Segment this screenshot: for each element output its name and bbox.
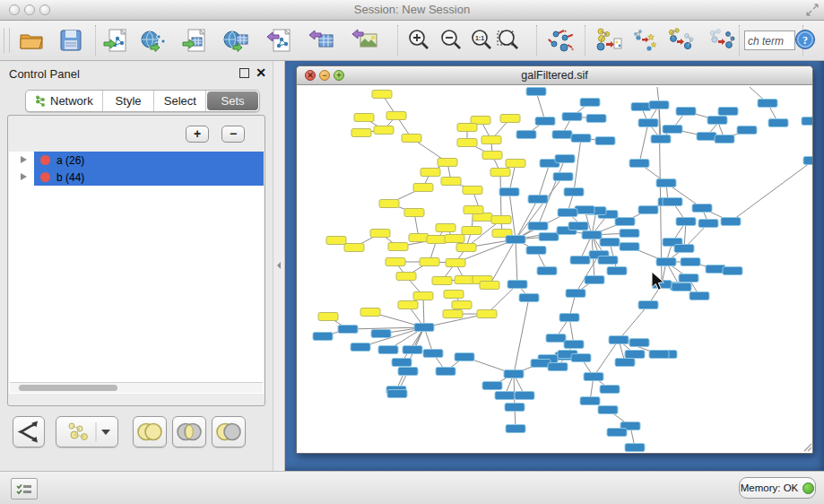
graph-node-blue[interactable] xyxy=(723,267,742,275)
graph-node-yellow[interactable] xyxy=(351,129,371,137)
graph-node-yellow[interactable] xyxy=(344,244,364,252)
graph-node-blue[interactable] xyxy=(802,117,812,126)
tab-style[interactable]: Style xyxy=(103,91,155,111)
graph-node-blue[interactable] xyxy=(698,220,718,228)
graph-node-blue[interactable] xyxy=(558,209,577,217)
collapse-panel-icon[interactable] xyxy=(277,262,281,269)
graph-node-yellow[interactable] xyxy=(409,234,429,242)
graph-edge[interactable] xyxy=(516,239,517,284)
graph-node-yellow[interactable] xyxy=(456,244,476,252)
float-panel-icon[interactable] xyxy=(239,68,249,78)
graph-node-yellow[interactable] xyxy=(482,152,502,160)
graph-node-blue[interactable] xyxy=(403,346,422,354)
zoom-out-icon[interactable] xyxy=(438,27,464,54)
graph-node-blue[interactable] xyxy=(598,256,618,265)
graph-node-yellow[interactable] xyxy=(388,243,408,251)
difference-sets-button[interactable] xyxy=(212,416,246,448)
graph-node-blue[interactable] xyxy=(313,333,333,341)
graph-node-blue[interactable] xyxy=(607,429,627,437)
graph-node-blue[interactable] xyxy=(615,218,635,226)
graph-node-blue[interactable] xyxy=(505,404,525,412)
graph-node-yellow[interactable] xyxy=(490,169,510,177)
graph-node-blue[interactable] xyxy=(423,350,443,358)
new-network-from-selection-icon[interactable] xyxy=(595,27,622,54)
tab-network[interactable]: Network xyxy=(26,91,103,111)
graph-edge[interactable] xyxy=(514,374,515,407)
export-image-icon[interactable] xyxy=(351,27,378,54)
graph-node-yellow[interactable] xyxy=(386,258,405,266)
graph-node-blue[interactable] xyxy=(638,301,658,309)
export-table-icon[interactable] xyxy=(308,27,335,54)
graph-node-yellow[interactable] xyxy=(481,136,501,144)
graph-node-blue[interactable] xyxy=(528,196,548,204)
window-titlebar[interactable]: Session: New Session xyxy=(0,0,824,21)
graph-node-blue[interactable] xyxy=(392,359,412,367)
graph-edge[interactable] xyxy=(490,239,516,285)
graph-node-blue[interactable] xyxy=(600,239,620,247)
graph-node-blue[interactable] xyxy=(679,274,698,282)
add-set-button[interactable]: + xyxy=(186,126,209,143)
graph-node-blue[interactable] xyxy=(516,131,536,139)
graph-node-yellow[interactable] xyxy=(438,159,457,167)
graph-node-yellow[interactable] xyxy=(413,184,433,192)
graph-node-yellow[interactable] xyxy=(441,178,461,186)
graph-node-yellow[interactable] xyxy=(370,230,390,238)
graph-node-blue[interactable] xyxy=(651,135,671,143)
tab-select[interactable]: Select xyxy=(154,91,206,111)
graph-node-blue[interactable] xyxy=(584,373,603,381)
graph-node-blue[interactable] xyxy=(398,368,418,376)
import-network-web-icon[interactable] xyxy=(140,27,167,54)
graph-node-blue[interactable] xyxy=(607,267,627,275)
graph-node-yellow[interactable] xyxy=(457,124,477,132)
network-canvas[interactable] xyxy=(297,85,812,453)
zoom-in-icon[interactable] xyxy=(405,27,432,54)
graph-node-blue[interactable] xyxy=(495,392,515,400)
graph-node-yellow[interactable] xyxy=(360,308,380,317)
graph-node-blue[interactable] xyxy=(371,330,391,338)
graph-node-blue[interactable] xyxy=(721,218,741,226)
graph-node-yellow[interactable] xyxy=(396,273,416,281)
graph-node-blue[interactable] xyxy=(555,155,575,163)
graph-node-blue[interactable] xyxy=(535,117,555,126)
graph-edge[interactable] xyxy=(594,340,619,377)
open-session-icon[interactable] xyxy=(18,27,45,54)
resize-icon[interactable] xyxy=(806,4,819,16)
graph-edge[interactable] xyxy=(619,305,648,340)
graph-node-blue[interactable] xyxy=(656,258,676,266)
graph-node-blue[interactable] xyxy=(387,390,407,398)
graph-node-blue[interactable] xyxy=(718,108,738,116)
graph-node-blue[interactable] xyxy=(499,188,519,196)
network-window[interactable]: ✕ − + galFiltered.sif xyxy=(296,65,813,454)
graph-node-yellow[interactable] xyxy=(446,259,465,267)
graph-node-blue[interactable] xyxy=(582,231,602,239)
graph-node-blue[interactable] xyxy=(585,276,604,284)
graph-node-blue[interactable] xyxy=(571,135,591,143)
graph-node-yellow[interactable] xyxy=(326,237,346,245)
apply-layout-icon[interactable] xyxy=(547,27,574,54)
graph-edge[interactable] xyxy=(402,327,424,362)
graph-node-yellow[interactable] xyxy=(443,310,463,318)
graph-node-yellow[interactable] xyxy=(432,277,452,285)
select-from-hidden-icon[interactable] xyxy=(708,27,735,54)
graph-node-blue[interactable] xyxy=(674,245,694,253)
graph-node-yellow[interactable] xyxy=(372,91,392,99)
graph-node-blue[interactable] xyxy=(552,131,572,139)
graph-node-yellow[interactable] xyxy=(379,200,399,208)
task-history-button[interactable] xyxy=(11,478,38,500)
graph-node-blue[interactable] xyxy=(625,351,645,359)
graph-node-blue[interactable] xyxy=(638,206,658,214)
graph-node-blue[interactable] xyxy=(631,103,651,111)
graph-node-blue[interactable] xyxy=(378,346,398,354)
graph-node-blue[interactable] xyxy=(803,157,812,165)
graph-node-yellow[interactable] xyxy=(462,227,481,235)
graph-node-blue[interactable] xyxy=(586,115,606,123)
graph-node-yellow[interactable] xyxy=(386,112,406,120)
graph-node-yellow[interactable] xyxy=(457,139,477,147)
graph-node-blue[interactable] xyxy=(580,397,600,405)
memory-status-button[interactable]: Memory: OK xyxy=(739,477,816,499)
tab-sets[interactable]: Sets xyxy=(207,91,258,110)
graph-node-blue[interactable] xyxy=(570,256,590,265)
graph-node-blue[interactable] xyxy=(436,368,455,376)
graph-node-blue[interactable] xyxy=(528,222,548,230)
graph-node-blue[interactable] xyxy=(690,292,709,300)
